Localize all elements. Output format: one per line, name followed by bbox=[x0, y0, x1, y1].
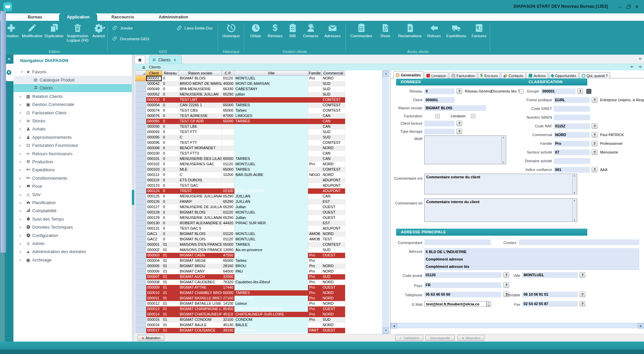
table-row[interactable]: 0000980BENOIT MORANDETNORD bbox=[135, 145, 345, 151]
row-selector[interactable] bbox=[135, 280, 146, 285]
panel-tab[interactable]: Qui, quand ? bbox=[579, 72, 610, 79]
cell[interactable]: Pro bbox=[308, 317, 322, 322]
cell[interactable]: Pro bbox=[308, 253, 322, 258]
cell[interactable]: 000049 bbox=[146, 86, 162, 92]
cell[interactable]: TEST LMT bbox=[179, 97, 222, 103]
joindre-button[interactable]: Joindre bbox=[112, 25, 133, 31]
cell[interactable]: 39190 bbox=[222, 328, 234, 333]
ville-help-button[interactable] bbox=[580, 272, 585, 278]
code-siret-input[interactable] bbox=[554, 106, 590, 112]
cell[interactable]: OUEST bbox=[322, 215, 345, 221]
cell[interactable]: MONTLUEL bbox=[234, 231, 308, 237]
table-row[interactable]: 00001601BIGMAT BAULE45130BAULENORD bbox=[135, 322, 345, 328]
cell[interactable]: TEST FTT bbox=[179, 140, 222, 145]
row-selector[interactable] bbox=[135, 210, 146, 215]
row-selector[interactable] bbox=[135, 86, 146, 92]
cell[interactable]: BROU bbox=[234, 263, 308, 269]
cell[interactable]: 01120 bbox=[222, 210, 234, 215]
livraison-checkbox[interactable] bbox=[471, 114, 475, 118]
historique-button[interactable]: Historique bbox=[219, 23, 243, 38]
cell[interactable]: SUD bbox=[322, 247, 345, 253]
cell[interactable]: 000053 bbox=[146, 97, 162, 103]
table-row[interactable]: 00000701BIGMAT AUCH32000AUCHProSUD bbox=[135, 274, 345, 280]
row-selector[interactable] bbox=[135, 81, 146, 86]
cell[interactable]: 000010 bbox=[146, 290, 162, 296]
cell[interactable]: 0 bbox=[162, 199, 179, 204]
sidebar-item[interactable]: ›⚒Production bbox=[13, 158, 132, 166]
cell[interactable]: NORD bbox=[322, 76, 345, 81]
cell[interactable]: Caudebec-lès-Elbeuf bbox=[234, 280, 308, 285]
cell[interactable]: ROBERT ALEXANDRE EI bbox=[179, 221, 222, 226]
cell[interactable]: Pro bbox=[308, 274, 322, 280]
row-selector[interactable] bbox=[135, 269, 146, 274]
table-row[interactable]: 00001001BIGMAT CHAMBLY BROC65000TARBESPr… bbox=[135, 290, 345, 296]
cell[interactable] bbox=[322, 258, 345, 263]
adresse-input[interactable]: 5 BLD DE L'INDUSTRIE Complément adresse … bbox=[424, 248, 639, 270]
cell[interactable]: 01 bbox=[162, 285, 179, 290]
cell[interactable]: BOE bbox=[234, 253, 308, 258]
row-selector[interactable] bbox=[135, 113, 146, 119]
cell[interactable] bbox=[308, 322, 322, 328]
table-row[interactable]: 00000801BIGMAT CAUDEBEC76320Caudebec-lès… bbox=[135, 280, 345, 285]
cell[interactable]: ADUPONT bbox=[322, 183, 345, 188]
cell[interactable]: 65290 bbox=[222, 199, 234, 204]
cell[interactable]: MENUISERIE JUILLAN bbox=[179, 92, 222, 97]
table-row[interactable]: 00000201MAISONS D'EN FRANCE13090Aix-en-p… bbox=[135, 247, 345, 253]
cell[interactable] bbox=[222, 151, 234, 156]
cell[interactable] bbox=[308, 103, 322, 108]
row-selector[interactable] bbox=[135, 108, 146, 113]
cell[interactable]: Pro bbox=[308, 285, 322, 290]
cell[interactable]: 32100 bbox=[222, 317, 234, 322]
row-selector[interactable] bbox=[135, 178, 146, 183]
cell[interactable]: 01 bbox=[162, 242, 179, 247]
row-selector[interactable] bbox=[135, 290, 146, 296]
sidebar-item[interactable]: Clients bbox=[13, 84, 132, 92]
cell[interactable] bbox=[234, 226, 308, 231]
cell[interactable] bbox=[308, 86, 322, 92]
cell[interactable]: NORD bbox=[322, 280, 345, 285]
cell[interactable]: BIGMAT CHAMPAGNE-LE bbox=[179, 306, 222, 312]
cell[interactable] bbox=[222, 145, 234, 151]
scroll-left-icon[interactable] bbox=[391, 323, 397, 329]
cell[interactable]: 0 bbox=[162, 97, 179, 103]
chevron-icon[interactable]: › bbox=[19, 225, 25, 230]
cell[interactable]: 000102 bbox=[146, 162, 162, 167]
retours-button[interactable]: Retours bbox=[425, 23, 443, 38]
cell[interactable]: NORD bbox=[322, 162, 345, 167]
cell[interactable]: EST bbox=[322, 199, 345, 204]
cell[interactable]: BIGMAT BROU bbox=[179, 263, 222, 269]
chevron-icon[interactable]: › bbox=[19, 143, 25, 148]
cell[interactable]: 01 bbox=[162, 290, 179, 296]
panel-tab[interactable]: Facturation bbox=[449, 72, 477, 79]
table-row[interactable]: 00001301BIGMAT CHAMPAGNE-LE85450CHAMPAGN… bbox=[135, 306, 345, 312]
cell[interactable]: 01 bbox=[162, 253, 179, 258]
cell[interactable]: TEST ADRESSE bbox=[179, 113, 222, 119]
cell[interactable]: 01120 bbox=[222, 76, 234, 81]
cell[interactable]: 0 bbox=[162, 221, 179, 226]
cell[interactable]: C bbox=[179, 172, 222, 178]
cell[interactable]: TEST GAC 5 bbox=[179, 226, 222, 231]
domaine-input[interactable] bbox=[554, 158, 590, 164]
cell[interactable]: BIGMAT CANY bbox=[179, 269, 222, 274]
facturation-checkbox[interactable] bbox=[435, 114, 440, 118]
adresse-line1[interactable]: 5 BLD DE L'INDUSTRIE bbox=[424, 248, 639, 255]
commentaire-ext-textarea[interactable]: Commentaire externe du client bbox=[424, 174, 577, 194]
cell[interactable]: MONT-DE-MARSAN bbox=[234, 81, 308, 86]
cell[interactable]: TEST CBS bbox=[179, 108, 222, 113]
cell[interactable]: NORD bbox=[322, 296, 345, 301]
cell[interactable]: Pro bbox=[308, 258, 322, 263]
scrollbar-thumb[interactable] bbox=[0, 11, 6, 253]
portable-help-button[interactable] bbox=[580, 292, 585, 297]
cell[interactable]: JUILLAN bbox=[234, 199, 308, 204]
row-selector[interactable] bbox=[135, 97, 146, 103]
cell[interactable]: Pro bbox=[308, 290, 322, 296]
suppression-button[interactable]: Suppression Logique (F6) bbox=[65, 23, 90, 42]
forme-juridique-help-button[interactable] bbox=[592, 97, 597, 103]
cell[interactable]: SUD bbox=[322, 92, 345, 97]
fax-help-button[interactable] bbox=[580, 301, 585, 306]
famille-help-button[interactable] bbox=[592, 141, 597, 146]
cell[interactable]: BIGMAT BAULE bbox=[179, 322, 222, 328]
cell[interactable]: 47550 bbox=[222, 253, 234, 258]
cell[interactable]: SUD bbox=[322, 81, 345, 86]
cell[interactable]: 000004 bbox=[146, 258, 162, 263]
